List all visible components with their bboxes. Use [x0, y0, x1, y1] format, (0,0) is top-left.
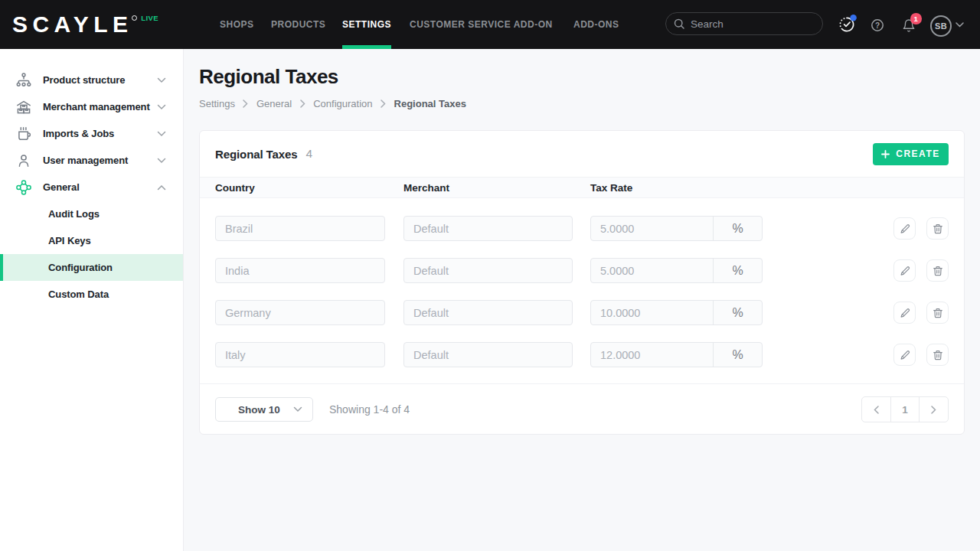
svg-text:?: ?: [875, 21, 880, 30]
